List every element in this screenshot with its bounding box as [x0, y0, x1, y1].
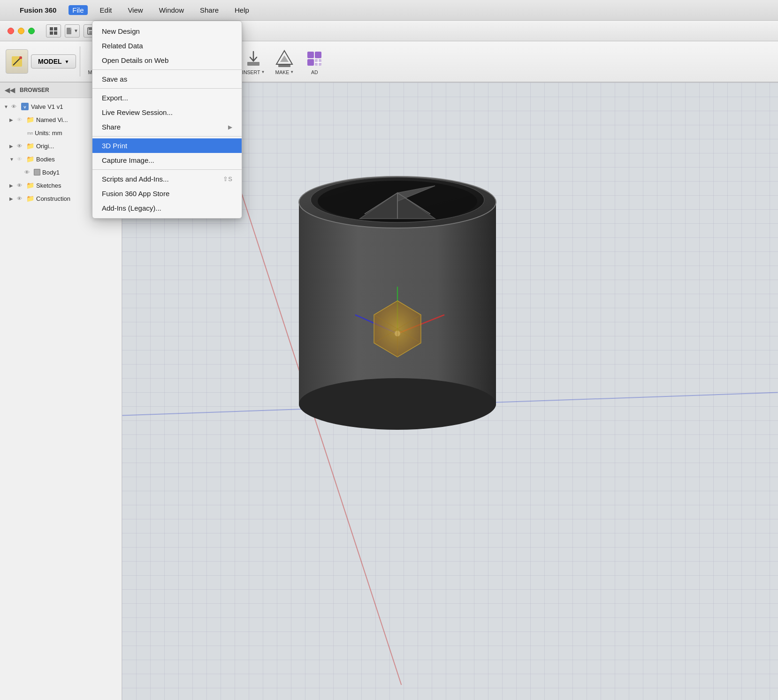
origin-folder-icon: 📁 [26, 142, 34, 150]
body1-visibility-icon[interactable]: 👁 [24, 169, 32, 175]
maximize-button[interactable] [28, 28, 35, 34]
save-as-menu-item[interactable]: Save as [92, 72, 242, 86]
view-menu-item[interactable]: View [124, 5, 146, 15]
insert-icon [244, 49, 263, 68]
file-icon [66, 27, 73, 35]
svg-point-37 [299, 378, 496, 430]
scripts-add-ins-menu-item[interactable]: Scripts and Add-Ins... ⇧S [92, 172, 242, 186]
named-views-visibility-icon[interactable]: 👁 [17, 117, 24, 122]
menu-sep-2 [92, 88, 242, 89]
root-component-icon: V [21, 102, 29, 111]
new-design-menu-item[interactable]: New Design [92, 24, 242, 38]
svg-text:V: V [23, 105, 26, 109]
traffic-lights [8, 28, 35, 34]
units-icon: mm [26, 129, 33, 136]
3d-model [271, 132, 524, 453]
sketch-button[interactable] [6, 49, 28, 74]
svg-rect-30 [307, 59, 314, 66]
body1-icon [34, 169, 40, 175]
toolbar-separator-1 [80, 46, 80, 76]
grid-icon [49, 27, 58, 35]
mac-menubar: Fusion 360 File Edit View Window Share H… [0, 0, 778, 21]
bodies-chevron: ▼ [9, 157, 15, 162]
insert-button[interactable]: INSERT ▼ [238, 46, 268, 77]
file-menu-item[interactable]: File [69, 5, 87, 15]
3d-print-menu-item[interactable]: 3D Print [92, 138, 242, 153]
svg-rect-0 [50, 27, 53, 30]
bodies-visibility-icon[interactable]: 👁 [17, 156, 24, 162]
construction-folder-icon: 📁 [26, 195, 34, 202]
make-button[interactable]: MAKE ▼ [270, 46, 298, 77]
named-views-folder-icon: 📁 [26, 116, 34, 123]
origin-visibility-icon[interactable]: 👁 [17, 143, 24, 149]
svg-rect-26 [247, 62, 259, 66]
open-details-web-menu-item[interactable]: Open Details on Web [92, 53, 242, 68]
svg-text:mm: mm [27, 131, 33, 136]
sketch-icon [10, 55, 23, 68]
menu-sep-4 [92, 169, 242, 170]
browser-label: BROWSER [20, 87, 49, 93]
sketches-chevron: ▶ [9, 183, 15, 188]
share-menu-item-file[interactable]: Share ▶ [92, 120, 242, 134]
root-chevron: ▼ [4, 104, 9, 109]
make-icon [275, 49, 294, 68]
edit-menu-item[interactable]: Edit [96, 5, 116, 15]
construction-visibility-icon[interactable]: 👁 [17, 196, 24, 201]
svg-rect-1 [54, 27, 57, 30]
sketches-visibility-icon[interactable]: 👁 [17, 183, 24, 188]
cylinder-svg [271, 132, 524, 451]
sketches-folder-icon: 📁 [26, 182, 34, 189]
close-button[interactable] [8, 28, 14, 34]
svg-rect-3 [54, 31, 57, 35]
grid-view-button[interactable] [46, 24, 61, 38]
add-ins-icon [305, 49, 324, 68]
app-name-menu[interactable]: Fusion 360 [16, 5, 60, 15]
menu-sep-3 [92, 136, 242, 137]
add-ins-legacy-menu-item[interactable]: Add-Ins (Legacy)... [92, 201, 242, 215]
export-menu-item[interactable]: Export... [92, 91, 242, 105]
root-visibility-icon[interactable]: 👁 [11, 104, 19, 109]
menu-sep-1 [92, 69, 242, 70]
svg-point-13 [19, 56, 22, 59]
share-menu-item[interactable]: Share [196, 5, 222, 15]
live-review-menu-item[interactable]: Live Review Session... [92, 105, 242, 120]
bodies-folder-icon: 📁 [26, 155, 34, 163]
capture-image-menu-item[interactable]: Capture Image... [92, 153, 242, 167]
svg-rect-29 [315, 52, 321, 58]
app-store-menu-item[interactable]: Fusion 360 App Store [92, 186, 242, 201]
named-views-chevron: ▶ [9, 117, 15, 122]
svg-rect-28 [307, 52, 314, 58]
file-dropdown-menu: New Design Related Data Open Details on … [92, 21, 242, 219]
svg-rect-2 [50, 31, 53, 35]
help-menu-item[interactable]: Help [231, 5, 253, 15]
sidebar-collapse-button[interactable]: ◀◀ [5, 86, 15, 94]
model-dropdown[interactable]: MODEL ▼ [31, 54, 76, 68]
origin-chevron: ▶ [9, 144, 15, 149]
svg-rect-27 [278, 65, 290, 67]
related-data-menu-item[interactable]: Related Data [92, 38, 242, 53]
minimize-button[interactable] [18, 28, 24, 34]
window-menu-item[interactable]: Window [155, 5, 188, 15]
construction-chevron: ▶ [9, 196, 15, 201]
file-button[interactable]: ▼ [65, 24, 80, 38]
add-ins-button[interactable]: AD [300, 46, 328, 77]
